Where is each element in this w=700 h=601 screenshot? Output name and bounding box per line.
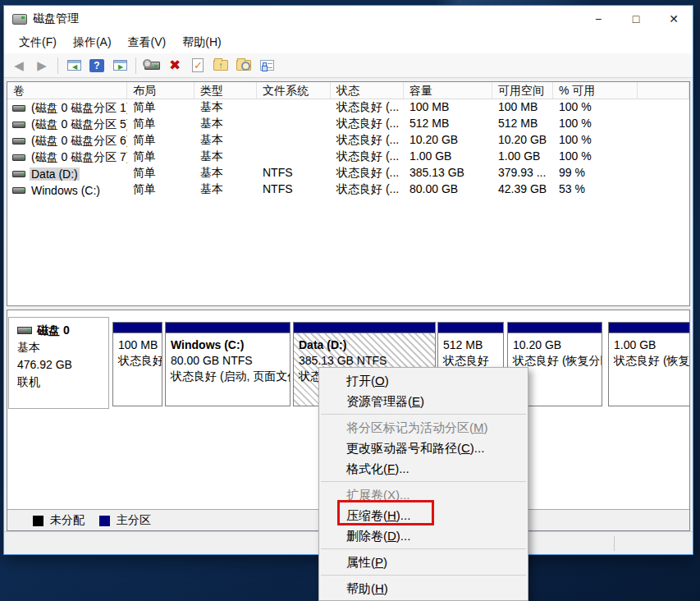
menu-item-shrink-volume[interactable]: 压缩卷(H)... — [319, 505, 528, 525]
toolbar-separator — [57, 57, 58, 74]
table-row-windows-c[interactable]: Windows (C:) 简单 基本 NTFS 状态良好 (... 80.00 … — [7, 181, 689, 198]
menu-separator — [321, 575, 526, 576]
window-title: 磁盘管理 — [33, 11, 79, 26]
table-row[interactable]: (磁盘 0 磁盘分区 1) 简单 基本 状态良好 (... 100 MB 100… — [7, 99, 689, 116]
properties-check-icon[interactable]: ✓ — [188, 56, 208, 76]
menu-item-delete-volume[interactable]: 删除卷(D)... — [319, 525, 528, 546]
disk-icon — [17, 327, 32, 334]
volume-context-menu: 打开(O) 资源管理器(E) 将分区标记为活动分区(M) 更改驱动器号和路径(C… — [318, 367, 528, 601]
col-volume[interactable]: 卷 — [7, 82, 127, 99]
table-row[interactable]: (磁盘 0 磁盘分区 7) 简单 基本 状态良好 (... 1.00 GB 1.… — [7, 149, 689, 165]
volume-list-pane: 卷 布局 类型 文件系统 状态 容量 可用空间 % 可用 (磁盘 0 磁盘分区 … — [7, 81, 690, 306]
disk-properties-icon[interactable] — [142, 56, 162, 76]
menu-separator — [321, 414, 526, 415]
table-row[interactable]: (磁盘 0 磁盘分区 5) 简单 基本 状态良好 (... 512 MB 512… — [7, 116, 689, 132]
minimize-button[interactable]: − — [579, 6, 617, 32]
menu-item-help[interactable]: 帮助(H) — [319, 578, 528, 599]
partition-header-bar — [166, 323, 290, 333]
show-action-pane-icon[interactable]: ▶ — [110, 56, 130, 76]
menu-item-properties[interactable]: 属性(P) — [319, 552, 528, 572]
partition-windows-c[interactable]: Windows (C:) 80.00 GB NTFS 状态良好 (启动, 页面文… — [165, 322, 291, 406]
explore-folder-icon[interactable] — [234, 56, 254, 76]
back-icon[interactable]: ◀ — [9, 56, 29, 76]
legend-unallocated-label: 未分配 — [50, 513, 85, 528]
menu-item-open[interactable]: 打开(O) — [319, 370, 528, 391]
partition-recovery-1gb[interactable]: 1.00 GB 状态良好 (恢复分 — [608, 322, 690, 406]
volume-icon — [12, 138, 25, 145]
volume-icon — [12, 122, 25, 128]
open-folder-icon[interactable]: ↑ — [211, 56, 231, 76]
help-topics-icon[interactable] — [257, 56, 277, 76]
col-capacity[interactable]: 容量 — [404, 82, 492, 99]
close-button[interactable]: ✕ — [655, 6, 693, 32]
status-bar-divider — [614, 536, 615, 551]
toolbar-separator — [135, 57, 136, 74]
menu-separator — [321, 481, 526, 482]
menu-view[interactable]: 查看(V) — [120, 33, 175, 53]
show-console-tree-icon[interactable]: ◀ — [64, 56, 84, 76]
menu-item-change-drive-letter[interactable]: 更改驱动器号和路径(C)... — [319, 438, 528, 458]
desktop: 磁盘管理 − □ ✕ 文件(F) 操作(A) 查看(V) 帮助(H) ◀ ▶ ◀… — [0, 0, 700, 601]
partition-header-bar — [113, 323, 162, 333]
partition-header-bar — [438, 323, 503, 333]
col-status[interactable]: 状态 — [331, 82, 404, 99]
menu-item-mark-active: 将分区标记为活动分区(M) — [319, 417, 528, 438]
col-filesystem[interactable]: 文件系统 — [257, 82, 331, 99]
maximize-button[interactable]: □ — [617, 6, 655, 32]
disk0-size: 476.92 GB — [17, 356, 108, 374]
volume-icon — [12, 105, 25, 112]
legend-unallocated-swatch — [33, 516, 43, 526]
partition-header-bar — [609, 323, 690, 333]
menu-item-format[interactable]: 格式化(F)... — [319, 458, 528, 479]
col-layout[interactable]: 布局 — [127, 82, 194, 99]
volume-icon — [12, 154, 25, 161]
table-row-data-d[interactable]: Data (D:) 简单 基本 NTFS 状态良好 (... 385.13 GB… — [7, 165, 689, 181]
disk0-type: 基本 — [17, 339, 108, 356]
forward-icon[interactable]: ▶ — [32, 56, 52, 76]
partition-header-bar — [508, 323, 602, 333]
delete-volume-icon[interactable]: ✖ — [165, 56, 185, 76]
menu-action[interactable]: 操作(A) — [65, 33, 120, 53]
help-icon[interactable]: ? — [87, 56, 107, 76]
menu-bar: 文件(F) 操作(A) 查看(V) 帮助(H) — [4, 32, 693, 53]
menu-separator — [321, 548, 526, 549]
menu-item-explorer[interactable]: 资源管理器(E) — [319, 391, 528, 411]
legend-primary-swatch — [99, 516, 110, 526]
col-type[interactable]: 类型 — [194, 82, 257, 99]
menu-help[interactable]: 帮助(H) — [174, 33, 229, 53]
table-row[interactable]: (磁盘 0 磁盘分区 6) 简单 基本 状态良好 (... 10.20 GB 1… — [7, 132, 689, 149]
col-pct-free[interactable]: % 可用 — [553, 82, 638, 99]
disk0-status: 联机 — [17, 374, 108, 391]
legend-primary-label: 主分区 — [117, 513, 151, 528]
partition-header-bar — [294, 323, 435, 333]
volume-table-header: 卷 布局 类型 文件系统 状态 容量 可用空间 % 可用 — [7, 82, 689, 99]
col-filler — [638, 82, 689, 99]
toolbar: ◀ ▶ ◀ ? ▶ ✖ ✓ ↑ — [4, 53, 693, 78]
disk0-info-panel[interactable]: 磁盘 0 基本 476.92 GB 联机 — [8, 317, 109, 409]
partition-system-100mb[interactable]: 100 MB 状态良好 — [112, 322, 162, 406]
app-icon — [12, 14, 27, 25]
selected-volume-label: Data (D:) — [30, 167, 80, 181]
menu-file[interactable]: 文件(F) — [11, 33, 65, 53]
volume-icon — [12, 171, 25, 177]
menu-item-extend-volume: 扩展卷(X)... — [319, 484, 528, 505]
col-free[interactable]: 可用空间 — [492, 82, 553, 99]
volume-icon — [12, 187, 25, 194]
disk0-name: 磁盘 0 — [37, 323, 70, 338]
